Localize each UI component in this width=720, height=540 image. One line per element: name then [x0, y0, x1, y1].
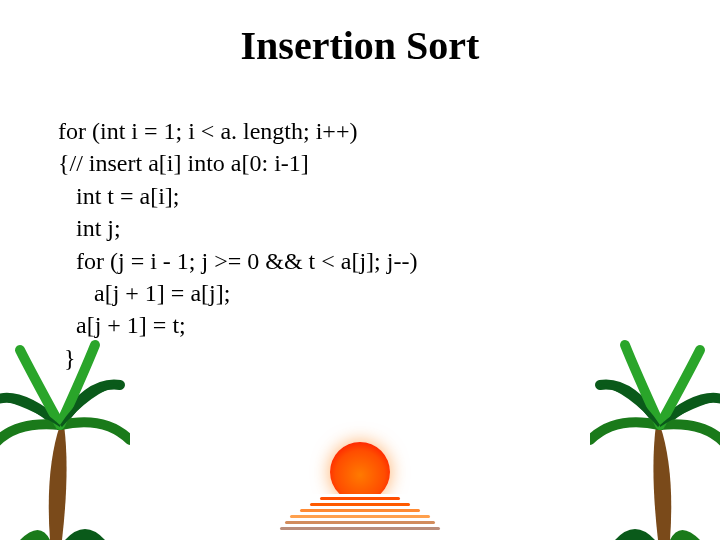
code-block: for (int i = 1; i < a. length; i++) {// … [58, 115, 417, 374]
slide: Insertion Sort for (int i = 1; i < a. le… [0, 0, 720, 540]
sun-icon [330, 442, 390, 502]
sunset-icon [250, 420, 470, 540]
slide-title: Insertion Sort [0, 22, 720, 69]
water-reflection-icon [280, 494, 440, 540]
palm-tree-right-icon [590, 330, 720, 540]
